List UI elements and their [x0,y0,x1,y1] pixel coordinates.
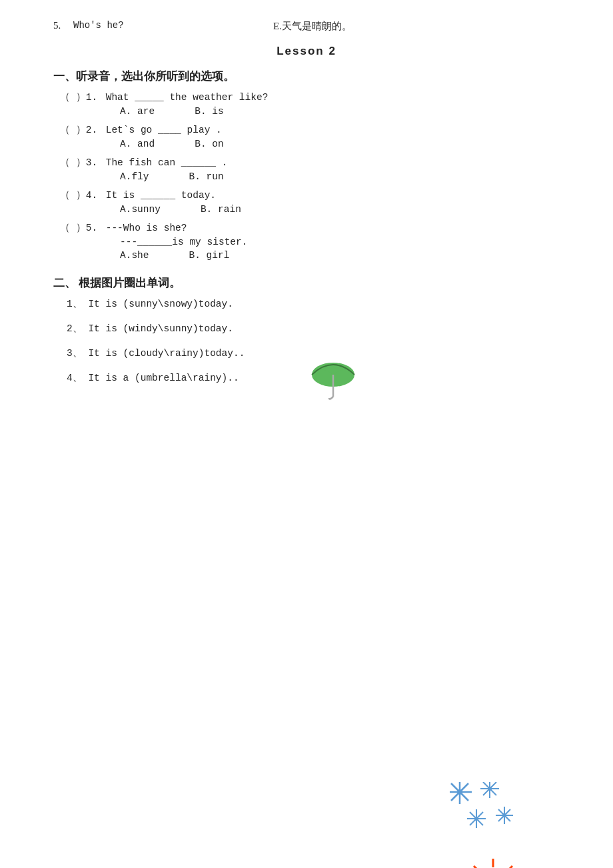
section2: 二、 根据图片圈出单词。 1、 It is (sunny\snowy)today… [53,275,560,425]
q3-optionB: B. run [189,171,224,182]
top-item-num: 5. [53,20,73,31]
q4-optionB: B. rain [201,204,241,215]
top-item-chinese: E.天气是晴朗的。 [273,20,352,33]
q3-optionA: A.fly [120,171,149,182]
snowflakes-image [450,782,523,845]
q1-paren: （ ） [60,91,86,103]
section2-item-2: 2、 It is (windy\sunny)today. [53,322,560,335]
q1-options: A. are B. is [60,106,560,117]
q4-text: It is ______ today. [106,190,560,201]
q3-num: 3. [86,157,106,168]
section2-item-4-wrapper: 4、 It is a (umbrella\rainy).. [53,371,560,425]
question-2-line: （ ） 2. Let`s go ____ play . [60,123,560,136]
q5-optionA: A.she [120,250,149,261]
q3-options: A.fly B. run [60,171,560,182]
q1-optionA: A. are [120,106,155,117]
q4-paren: （ ） [60,189,86,201]
s2-num-2: 2、 [67,323,83,334]
question-group-1-4: （ ） 1. What _____ the weather like? A. a… [53,91,560,261]
question-5-line: （ ） 5. ---Who is she? [60,221,560,234]
q5-text: ---Who is she? [106,223,560,233]
s2-text-2: It is (windy\sunny)today. [88,323,233,334]
q2-paren: （ ） [60,123,86,136]
q1-num: 1. [86,92,106,103]
svg-point-11 [488,787,491,790]
q5-optionB: B. girl [189,250,230,261]
q4-num: 4. [86,190,106,201]
s2-text-3: It is (cloudy\rainy)today.. [88,348,245,359]
top-item-english: Who's he? [73,20,273,31]
section1-heading: 一、听录音，选出你所听到的选项。 [53,69,560,84]
s2-num-3: 3、 [67,348,83,359]
q5-dialog: ---______is my sister. [60,237,560,247]
q2-options: A. and B. on [60,139,560,149]
svg-point-21 [503,814,506,817]
sunny-image [463,855,523,868]
question-3-line: （ ） 3. The fish can ______ . [60,156,560,169]
q2-num: 2. [86,125,106,135]
s2-text-1: It is (sunny\snowy)today. [88,299,233,309]
q4-options: A.sunny B. rain [60,204,560,215]
q4-optionA: A.sunny [120,204,161,215]
svg-point-16 [475,817,478,820]
svg-point-6 [458,791,462,794]
q2-optionB: B. on [195,139,224,149]
q5-paren: （ ） [60,221,86,234]
q1-text: What _____ the weather like? [106,92,560,103]
section2-heading: 二、 根据图片圈出单词。 [53,275,560,291]
q5-num: 5. [86,223,106,233]
section2-item-4: 4、 It is a (umbrella\rainy).. [67,371,560,384]
question-4-line: （ ） 4. It is ______ today. [60,189,560,201]
lesson-title: Lesson 2 [53,45,560,58]
q3-text: The fish can ______ . [106,157,560,168]
s2-num-1: 1、 [67,299,83,309]
q5-options: A.she B. girl [60,250,560,261]
q3-paren: （ ） [60,156,86,169]
q1-optionB: B. is [195,106,224,117]
section2-item-1: 1、 It is (sunny\snowy)today. [53,297,560,310]
s2-num-4: 4、 [67,373,83,383]
s2-text-4: It is a (umbrella\rainy).. [88,373,239,383]
q2-optionA: A. and [120,139,155,149]
q2-text: Let`s go ____ play . [106,125,560,135]
question-1-line: （ ） 1. What _____ the weather like? [60,91,560,103]
